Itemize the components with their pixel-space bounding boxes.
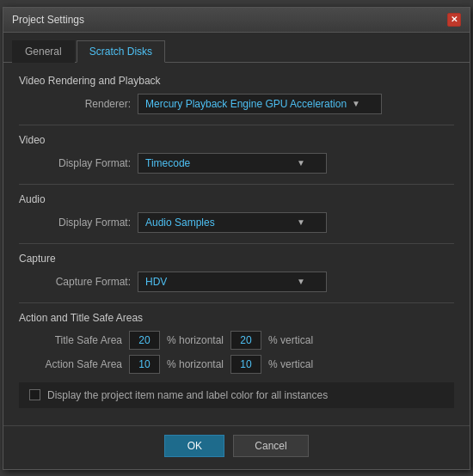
tab-scratch-disks[interactable]: Scratch Disks <box>77 40 165 63</box>
title-safe-h-input[interactable] <box>129 331 160 350</box>
video-display-format-row: Display Format: Timecode ▼ <box>19 153 454 174</box>
title-safe-v-unit: % vertical <box>268 334 313 346</box>
separator-3 <box>19 243 454 244</box>
separator-2 <box>19 184 454 185</box>
audio-display-format-label: Display Format: <box>28 217 131 229</box>
video-display-format-dropdown[interactable]: Timecode ▼ <box>138 153 327 174</box>
display-name-checkbox[interactable] <box>29 389 40 400</box>
capture-format-row: Capture Format: HDV ▼ <box>19 272 454 292</box>
separator-1 <box>19 125 454 125</box>
title-safe-label: Title Safe Area <box>28 334 122 346</box>
video-title: Video <box>19 134 454 146</box>
renderer-row: Renderer: Mercury Playback Engine GPU Ac… <box>19 94 454 114</box>
display-name-label: Display the project item name and label … <box>47 389 328 401</box>
capture-format-arrow-icon: ▼ <box>297 277 305 286</box>
audio-title: Audio <box>19 193 454 205</box>
renderer-arrow-icon: ▼ <box>352 99 360 108</box>
action-safe-row: Action Safe Area % horizontal % vertical <box>19 355 454 374</box>
audio-section: Audio Display Format: Audio Samples ▼ <box>19 193 454 233</box>
audio-display-format-dropdown[interactable]: Audio Samples ▼ <box>138 212 327 233</box>
video-display-format-arrow-icon: ▼ <box>297 158 305 168</box>
capture-format-dropdown[interactable]: HDV ▼ <box>138 272 327 292</box>
action-safe-v-unit: % vertical <box>268 358 313 370</box>
capture-format-label: Capture Format: <box>28 276 131 288</box>
audio-display-format-value: Audio Samples <box>145 217 215 229</box>
close-button[interactable]: ✕ <box>447 13 461 27</box>
separator-4 <box>19 302 454 303</box>
audio-display-format-arrow-icon: ▼ <box>297 217 305 227</box>
checkbox-row[interactable]: Display the project item name and label … <box>19 382 454 408</box>
audio-display-format-row: Display Format: Audio Samples ▼ <box>19 212 454 233</box>
renderer-dropdown[interactable]: Mercury Playback Engine GPU Acceleration… <box>138 94 382 114</box>
title-safe-h-unit: % horizontal <box>167 334 224 346</box>
video-rendering-section: Video Rendering and Playback Renderer: M… <box>19 75 454 114</box>
ok-button[interactable]: OK <box>164 435 224 457</box>
action-safe-h-unit: % horizontal <box>167 358 224 370</box>
title-bar: Project Settings ✕ <box>3 8 470 33</box>
renderer-value: Mercury Playback Engine GPU Acceleration <box>145 98 347 110</box>
safe-areas-title: Action and Title Safe Areas <box>19 312 454 324</box>
capture-format-value: HDV <box>145 276 167 288</box>
action-safe-v-input[interactable] <box>230 355 261 374</box>
capture-title: Capture <box>19 253 454 265</box>
action-safe-label: Action Safe Area <box>28 358 122 370</box>
dialog-content: Video Rendering and Playback Renderer: M… <box>3 63 470 425</box>
renderer-label: Renderer: <box>28 98 131 110</box>
cancel-button[interactable]: Cancel <box>233 435 308 457</box>
title-safe-row: Title Safe Area % horizontal % vertical <box>19 331 454 350</box>
safe-areas-section: Action and Title Safe Areas Title Safe A… <box>19 312 454 374</box>
video-display-format-label: Display Format: <box>28 157 131 169</box>
video-rendering-title: Video Rendering and Playback <box>19 75 454 87</box>
title-safe-v-input[interactable] <box>230 331 261 350</box>
tab-general[interactable]: General <box>12 40 75 63</box>
bottom-buttons: OK Cancel <box>3 425 470 469</box>
tabs-container: General Scratch Disks <box>3 33 470 63</box>
dialog-title: Project Settings <box>12 14 84 26</box>
capture-section: Capture Capture Format: HDV ▼ <box>19 253 454 292</box>
video-display-format-value: Timecode <box>145 157 190 169</box>
project-settings-dialog: Project Settings ✕ General Scratch Disks… <box>3 7 470 470</box>
video-section: Video Display Format: Timecode ▼ <box>19 134 454 174</box>
action-safe-h-input[interactable] <box>129 355 160 374</box>
